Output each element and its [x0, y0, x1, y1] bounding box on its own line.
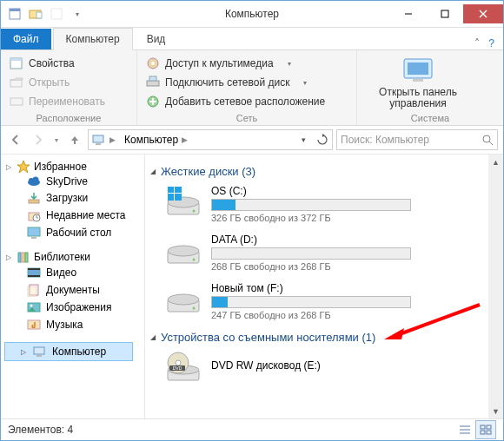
- drive-f[interactable]: Новый том (F:) 247 ГБ свободно из 268 ГБ: [166, 282, 496, 320]
- open-label: Открыть: [29, 76, 70, 89]
- help-icon[interactable]: ?: [488, 37, 494, 49]
- tab-view[interactable]: Вид: [135, 29, 178, 49]
- open-icon: [10, 76, 23, 89]
- content-pane: ▲ ▼ ◢ Жесткие диски (3) OS (C:): [145, 155, 503, 418]
- drive-c[interactable]: OS (C:) 326 ГБ свободно из 372 ГБ: [166, 185, 496, 223]
- svg-rect-10: [10, 58, 22, 61]
- map-drive-button[interactable]: Подключить сетевой диск ▾: [146, 73, 348, 92]
- svg-rect-38: [28, 227, 40, 236]
- svg-point-68: [168, 294, 199, 305]
- sidebar-item-music[interactable]: Музыка: [4, 316, 141, 333]
- sidebar-item-video[interactable]: Видео: [4, 264, 141, 281]
- ribbon-tabs: Файл Компьютер Вид ˄ ?: [1, 28, 503, 50]
- ribbon-group-network: Доступ к мультимедиа ▾ Подключить сетево…: [137, 50, 357, 125]
- collapse-icon[interactable]: ◢: [150, 333, 156, 341]
- tab-computer[interactable]: Компьютер: [53, 28, 133, 50]
- expand-icon[interactable]: ▷: [4, 253, 13, 261]
- svg-point-49: [30, 305, 33, 307]
- svg-rect-53: [36, 355, 42, 357]
- chevron-right-icon[interactable]: ▶: [109, 135, 116, 144]
- view-tiles-button[interactable]: [475, 420, 496, 439]
- expand-icon[interactable]: ▷: [4, 163, 13, 171]
- documents-icon: [27, 283, 41, 297]
- address-bar[interactable]: ▶ Компьютер ▶ ▾: [88, 129, 333, 150]
- sidebar-favorites-header[interactable]: ▷ Избранное: [4, 160, 141, 174]
- collapse-icon[interactable]: ◢: [150, 168, 156, 175]
- rename-icon: [10, 95, 23, 109]
- title-bar: ▾ Компьютер: [1, 1, 503, 28]
- properties-button[interactable]: Свойства: [10, 54, 128, 73]
- svg-rect-1: [10, 9, 20, 11]
- refresh-icon[interactable]: [313, 130, 332, 149]
- sidebar-item-pictures[interactable]: Изображения: [4, 299, 141, 316]
- ribbon-group-location: Свойства Открыть Переименовать Расположе…: [1, 50, 137, 125]
- sidebar-item-desktop[interactable]: Рабочий стол: [4, 224, 141, 241]
- qat-new-folder-icon[interactable]: [27, 5, 44, 23]
- minimize-button[interactable]: [390, 4, 427, 23]
- chevron-right-icon[interactable]: ▶: [182, 135, 188, 144]
- explorer-window: ▾ Компьютер Файл Компьютер Вид ˄ ? Свойс…: [0, 0, 504, 441]
- view-details-button[interactable]: [454, 420, 475, 439]
- svg-rect-45: [28, 275, 40, 277]
- svg-rect-11: [10, 80, 22, 87]
- drive-name: OS (C:): [211, 185, 496, 197]
- sidebar-group-favorites: ▷ Избранное SkyDrive Загрузки Недавние м…: [4, 160, 141, 241]
- qat-expand-icon[interactable]: ▾: [69, 5, 86, 23]
- video-icon: [27, 266, 41, 280]
- tab-file[interactable]: Файл: [1, 29, 51, 49]
- drive-dvd[interactable]: DVD DVD RW дисковод (E:): [166, 351, 496, 385]
- maximize-button[interactable]: [427, 4, 463, 23]
- computer-label: Компьютер: [52, 346, 106, 358]
- svg-marker-29: [17, 161, 30, 173]
- qat-properties-icon[interactable]: [6, 5, 23, 23]
- drive-name: Новый том (F:): [211, 282, 496, 294]
- svg-rect-84: [487, 431, 491, 434]
- svg-point-65: [168, 246, 199, 256]
- section-removable[interactable]: ◢ Устройства со съемными носителями (1): [150, 331, 496, 344]
- sidebar-item-skydrive[interactable]: SkyDrive: [4, 174, 141, 189]
- svg-rect-25: [96, 143, 101, 145]
- history-icon[interactable]: ▾: [51, 130, 62, 149]
- sidebar-item-downloads[interactable]: Загрузки: [4, 189, 141, 207]
- ribbon-collapse-icon[interactable]: ˄: [474, 37, 480, 49]
- search-input[interactable]: Поиск: Компьютер: [336, 129, 498, 150]
- svg-rect-13: [10, 98, 23, 105]
- svg-rect-23: [413, 79, 423, 82]
- search-icon[interactable]: [481, 134, 494, 146]
- up-button[interactable]: [65, 130, 84, 149]
- desktop-icon: [27, 226, 41, 240]
- add-network-icon: [146, 95, 160, 109]
- svg-rect-42: [25, 253, 28, 262]
- svg-rect-83: [481, 431, 485, 434]
- sidebar-item-documents[interactable]: Документы: [4, 281, 141, 299]
- libraries-icon: [17, 250, 30, 264]
- control-panel-button[interactable]: Открыть панельуправления: [366, 54, 470, 109]
- chevron-down-icon: ▾: [298, 76, 312, 89]
- sidebar-item-recent[interactable]: Недавние места: [4, 207, 141, 224]
- drive-name: DATA (D:): [211, 234, 496, 246]
- back-button[interactable]: [6, 130, 25, 149]
- address-dropdown-icon[interactable]: ▾: [294, 130, 313, 149]
- drive-sub: 268 ГБ свободно из 268 ГБ: [211, 261, 496, 272]
- media-label: Доступ к мультимедиа: [165, 57, 274, 69]
- svg-text:DVD: DVD: [173, 365, 182, 371]
- section-hdd[interactable]: ◢ Жесткие диски (3): [150, 165, 496, 178]
- sidebar-libraries-header[interactable]: ▷ Библиотеки: [4, 250, 141, 264]
- breadcrumb-computer[interactable]: Компьютер: [124, 134, 178, 146]
- usage-bar: [211, 247, 411, 260]
- properties-icon: [10, 56, 23, 70]
- drive-d[interactable]: DATA (D:) 268 ГБ свободно из 268 ГБ: [166, 234, 496, 272]
- favorites-label: Избранное: [34, 161, 87, 173]
- media-button[interactable]: Доступ к мультимедиа ▾: [146, 54, 348, 73]
- expand-icon[interactable]: ▷: [19, 348, 28, 356]
- svg-rect-40: [18, 253, 21, 262]
- close-button[interactable]: [463, 4, 503, 23]
- add-network-button[interactable]: Добавить сетевое расположение: [146, 92, 348, 111]
- svg-rect-39: [31, 237, 36, 239]
- svg-line-28: [489, 142, 493, 145]
- drive-sub: 326 ГБ свободно из 372 ГБ: [211, 213, 496, 223]
- dvd-icon: DVD: [166, 351, 202, 385]
- sidebar-item-computer[interactable]: ▷ Компьютер: [4, 342, 133, 361]
- svg-point-15: [151, 62, 155, 65]
- svg-rect-58: [168, 187, 174, 193]
